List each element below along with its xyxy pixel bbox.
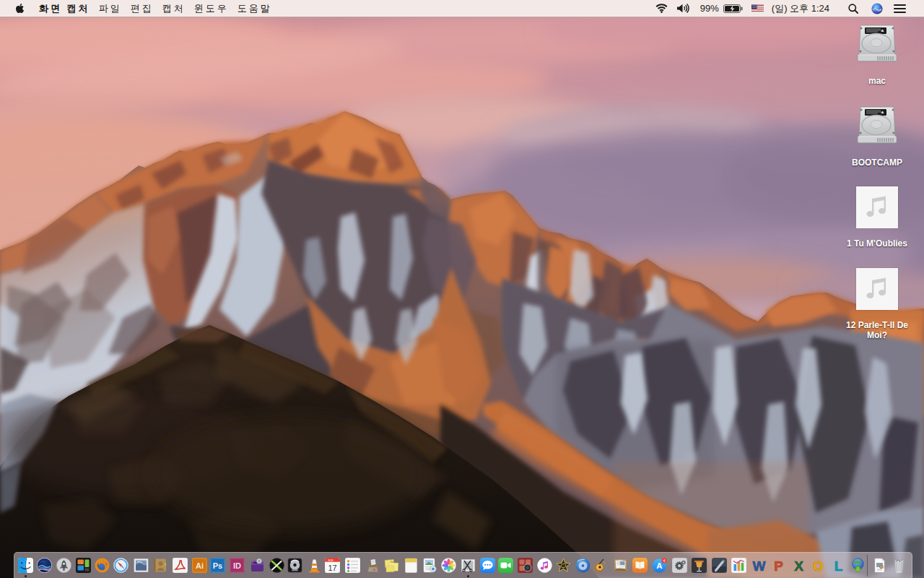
svg-text:X: X xyxy=(794,558,803,573)
svg-text:Ai: Ai xyxy=(196,561,204,570)
svg-text:4: 4 xyxy=(663,558,665,563)
svg-text:O: O xyxy=(813,558,824,573)
svg-text:17: 17 xyxy=(328,564,336,572)
svg-text:A: A xyxy=(656,561,662,570)
svg-text:MOV: MOV xyxy=(877,569,882,571)
svg-text:SUN: SUN xyxy=(328,559,334,562)
svg-text:L: L xyxy=(834,558,842,573)
svg-text:Ps: Ps xyxy=(212,561,222,570)
svg-text:P: P xyxy=(774,558,783,573)
svg-text:ID: ID xyxy=(233,561,241,570)
svg-text:W: W xyxy=(752,558,765,573)
svg-text:Note: Note xyxy=(391,561,395,564)
